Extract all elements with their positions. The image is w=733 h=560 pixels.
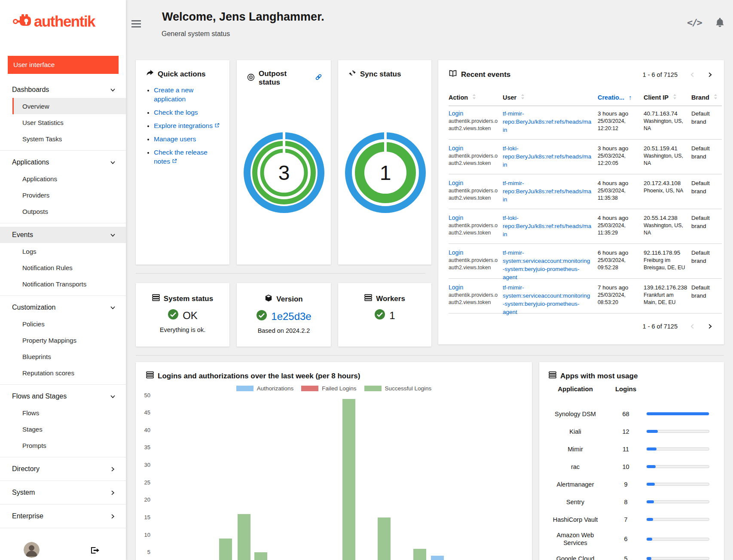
pagination-next-icon[interactable]: [707, 323, 713, 329]
event-action-link[interactable]: Login: [449, 145, 463, 152]
external-link-icon: [213, 122, 220, 129]
app-login-count: 9: [605, 481, 646, 488]
api-browser-icon[interactable]: </>: [687, 17, 702, 28]
event-user-link[interactable]: tf-mimir-repo:BeryJu/k8s:ref:refs/heads/…: [503, 110, 598, 134]
sidebar-separator: [0, 528, 126, 528]
sidebar-item-notification-transports[interactable]: Notification Transports: [12, 276, 126, 292]
server-icon: [152, 294, 160, 303]
version-detail: Based on 2024.2.2: [237, 327, 331, 334]
event-user-link[interactable]: tf-mimir-system:serviceaccount:monitorin…: [503, 249, 598, 281]
event-user-link[interactable]: tf-loki-repo:BeryJu/k8s:ref:refs/heads/m…: [503, 144, 598, 169]
quick-action-manage-users[interactable]: Manage users: [154, 134, 223, 143]
version-card: Version 1e25d3e Based on 2024.2.2: [237, 283, 331, 347]
user-interface-button[interactable]: User interface: [8, 56, 119, 74]
legend-item-failed-logins: Failed Logins: [301, 385, 356, 392]
event-creation-cell: 4 hours ago25/03/2024, 11:35:29: [598, 214, 644, 243]
notifications-bell-icon[interactable]: [715, 17, 725, 30]
sidebar-section-system[interactable]: System: [0, 484, 126, 501]
sidebar-section-customization[interactable]: Customization: [0, 299, 126, 316]
sign-out-icon[interactable]: [90, 546, 99, 556]
sync-count: 1: [380, 161, 391, 184]
sidebar-section-applications[interactable]: Applications: [0, 154, 126, 170]
app-login-count: 7: [605, 516, 646, 523]
events-col-brand[interactable]: Brand: [691, 94, 722, 101]
event-user-link[interactable]: tf-loki-repo:BeryJu/k8s:ref:refs/heads/m…: [503, 214, 598, 238]
event-action-link[interactable]: Login: [449, 110, 463, 117]
pagination-prev-icon[interactable]: [690, 72, 695, 78]
events-col-creatio[interactable]: Creatio...↑: [598, 94, 644, 101]
sidebar-item-applications[interactable]: Applications: [12, 170, 126, 187]
quick-action-check-the-logs[interactable]: Check the logs: [154, 108, 223, 117]
chart-bar-authorizations: [431, 556, 444, 560]
event-action-link[interactable]: Login: [449, 180, 463, 186]
sidebar-item-logs[interactable]: Logs: [12, 243, 126, 259]
user-avatar[interactable]: [24, 542, 40, 558]
server-icon: [364, 294, 372, 303]
event-location: Phoenix, US, NA: [644, 187, 691, 195]
events-col-user[interactable]: User: [503, 94, 598, 101]
event-user-link[interactable]: tf-mimir-system:serviceaccount:monitorin…: [503, 283, 598, 316]
quick-action-explore-integrations[interactable]: Explore integrations: [154, 121, 223, 130]
pagination-next-icon[interactable]: [707, 72, 713, 78]
event-timestamp: 25/03/2024, 11:35:29: [598, 222, 644, 237]
sidebar-item-notification-rules[interactable]: Notification Rules: [12, 259, 126, 276]
event-creation-cell: 3 hours ago25/03/2024, 12:20:12: [598, 110, 644, 139]
sidebar-separator: [0, 457, 126, 457]
event-ip: 139.162.176.238: [644, 283, 691, 292]
quick-action-link[interactable]: Manage users: [154, 135, 196, 143]
legend-swatch: [301, 386, 318, 391]
sidebar-item-policies[interactable]: Policies: [12, 316, 126, 332]
quick-action-link[interactable]: Create a new application: [154, 86, 193, 103]
event-client-ip-cell: 92.116.178.95Freiburg im Breisgau, DE, E…: [644, 249, 691, 281]
sidebar-section-flows-and-stages[interactable]: Flows and Stages: [0, 388, 126, 405]
sidebar-item-user-statistics[interactable]: User Statistics: [12, 114, 126, 131]
event-user-link[interactable]: tf-mimir-repo:BeryJu/k8s:ref:refs/heads/…: [503, 179, 598, 204]
sidebar-section-directory[interactable]: Directory: [0, 461, 126, 477]
sidebar-item-overview[interactable]: Overview: [12, 98, 126, 114]
sidebar-item-stages[interactable]: Stages: [12, 421, 126, 437]
app-usage-bar: [646, 483, 709, 486]
y-axis-tick: 5: [136, 549, 150, 555]
sidebar-item-flows[interactable]: Flows: [12, 405, 126, 421]
sidebar-section-enterprise[interactable]: Enterprise: [0, 508, 126, 524]
quick-action-check-the-release-notes[interactable]: Check the release notes: [154, 148, 223, 166]
sidebar-item-outposts[interactable]: Outposts: [12, 203, 126, 219]
event-action-cell: Loginauthentik.providers.oauth2.views.to…: [449, 214, 503, 243]
event-action-link[interactable]: Login: [449, 284, 463, 291]
chart-bar-successful-logins: [342, 399, 355, 560]
sidebar-item-prompts[interactable]: Prompts: [12, 437, 126, 453]
legend-label: Authorizations: [257, 385, 294, 392]
sidebar-item-providers[interactable]: Providers: [12, 187, 126, 203]
quick-action-link[interactable]: Check the release notes: [154, 149, 208, 165]
event-action-link[interactable]: Login: [449, 214, 463, 221]
sidebar-separator: [0, 481, 126, 481]
chart-bar-successful-logins: [254, 552, 267, 560]
pagination-prev-icon[interactable]: [690, 323, 695, 329]
events-col-client-ip[interactable]: Client IP: [644, 94, 691, 101]
sidebar-item-property-mappings[interactable]: Property Mappings: [12, 332, 126, 348]
sidebar-item-system-tasks[interactable]: System Tasks: [12, 131, 126, 147]
apps-usage-card: Apps with most usage Application Logins …: [539, 362, 724, 560]
system-status-value: OK: [183, 310, 198, 322]
event-timestamp: 25/03/2024, 08:53:20: [598, 292, 644, 306]
sidebar-section-events[interactable]: Events: [0, 227, 126, 243]
event-location: Washington, US, NA: [644, 222, 691, 237]
sidebar-item-reputation-scores[interactable]: Reputation scores: [12, 365, 126, 381]
progress-track: [646, 430, 709, 433]
events-col-action[interactable]: Action: [449, 94, 503, 101]
sidebar-toggle-button[interactable]: [131, 20, 142, 29]
version-value[interactable]: 1e25d3e: [271, 310, 311, 323]
app-login-count: 10: [605, 463, 646, 470]
y-axis-tick: 30: [136, 462, 150, 468]
outpost-link-icon[interactable]: [315, 73, 322, 83]
quick-action-link[interactable]: Check the logs: [154, 109, 198, 116]
event-action-link[interactable]: Login: [449, 249, 463, 256]
event-brand-cell: Default brand: [691, 144, 722, 174]
sidebar-item-blueprints[interactable]: Blueprints: [12, 348, 126, 365]
app-usage-bar: [646, 518, 709, 521]
sidebar-section-dashboards[interactable]: Dashboards: [0, 82, 126, 98]
event-action-detail: authentik.providers.oauth2.views.token: [449, 292, 503, 306]
quick-action-link[interactable]: Explore integrations: [154, 122, 213, 129]
quick-action-create-a-new-application[interactable]: Create a new application: [154, 85, 223, 103]
app-login-count: 12: [605, 428, 646, 435]
